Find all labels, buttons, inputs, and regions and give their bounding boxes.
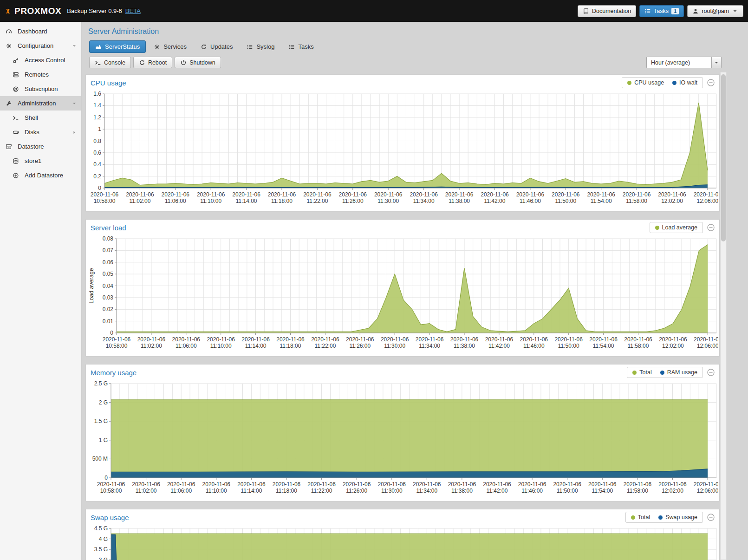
svg-text:11:54:00: 11:54:00 [592, 488, 613, 494]
tab-label: Services [163, 43, 187, 50]
sidebar-item-subscription[interactable]: Subscription [0, 82, 81, 96]
caret-down-icon[interactable] [72, 43, 77, 49]
reboot-button[interactable]: Reboot [133, 57, 172, 68]
documentation-button[interactable]: Documentation [578, 5, 636, 17]
svg-text:2020-11-06: 2020-11-06 [343, 481, 371, 488]
svg-text:2020-11-06: 2020-11-06 [694, 336, 718, 343]
caret-down-icon[interactable] [72, 101, 77, 106]
panel-collapse-button[interactable] [707, 513, 715, 521]
panel-cpu-usage: CPU usageCPU usageIO wait00.20.40.60.811… [85, 74, 720, 212]
svg-text:11:10:00: 11:10:00 [200, 198, 221, 204]
legend-item-load-average[interactable]: Load average [655, 224, 697, 231]
vertical-scrollbar[interactable] [720, 72, 727, 560]
caret-right-icon[interactable] [72, 130, 77, 135]
svg-text:2020-11-06: 2020-11-06 [207, 336, 235, 343]
svg-text:11:54:00: 11:54:00 [593, 343, 614, 349]
tasks-button[interactable]: Tasks 1 [639, 5, 684, 17]
sidebar-item-administration[interactable]: Administration [0, 96, 81, 111]
svg-text:0: 0 [104, 475, 108, 481]
svg-text:2020-11-06: 2020-11-06 [553, 481, 581, 488]
top-header: PROXMOX Backup Server 0.9-6 BETA Documen… [0, 0, 748, 22]
sidebar-item-dashboard[interactable]: Dashboard [0, 24, 81, 39]
svg-text:11:46:00: 11:46:00 [523, 343, 545, 349]
panel-header: CPU usageCPU usageIO wait [86, 75, 719, 90]
shutdown-button[interactable]: Shutdown [175, 57, 221, 68]
svg-text:11:38:00: 11:38:00 [454, 343, 475, 349]
svg-text:2020-11-06: 2020-11-06 [137, 336, 166, 343]
chart-memory-usage: 0500 M1 G1.5 G2 G2.5 G2020-11-0610:58:00… [86, 380, 719, 501]
panel-collapse-button[interactable] [707, 368, 715, 377]
svg-text:11:06:00: 11:06:00 [170, 488, 192, 494]
svg-text:2020-11-06: 2020-11-06 [587, 191, 615, 198]
caret-down-icon [713, 59, 720, 66]
tab-tasks[interactable]: Tasks [282, 40, 319, 53]
svg-text:2020-11-06: 2020-11-06 [126, 191, 154, 198]
legend-item-swap-usage[interactable]: Swap usage [658, 514, 697, 521]
console-button[interactable]: Console [89, 57, 131, 68]
legend-item-ram-usage[interactable]: RAM usage [660, 369, 697, 376]
svg-text:4.5 G: 4.5 G [94, 525, 108, 532]
svg-text:0.4: 0.4 [93, 161, 101, 168]
panel-collapse-button[interactable] [707, 223, 715, 232]
svg-text:11:34:00: 11:34:00 [419, 343, 440, 349]
sidebar-item-label: Add Datastore [25, 172, 63, 179]
timeframe-select[interactable]: Hour (average) [646, 57, 722, 68]
svg-text:2020-11-06: 2020-11-06 [232, 191, 260, 198]
panel-header: Server loadLoad average [86, 220, 719, 235]
svg-text:12:02:00: 12:02:00 [662, 488, 683, 494]
combo-caret-button[interactable] [711, 57, 721, 68]
legend-item-io-wait[interactable]: IO wait [672, 79, 697, 86]
svg-text:2020-11-06: 2020-11-06 [658, 191, 686, 198]
tab-updates[interactable]: Updates [195, 40, 239, 53]
beta-link[interactable]: BETA [125, 7, 141, 14]
svg-text:10:58:00: 10:58:00 [100, 488, 122, 494]
list-icon [288, 44, 295, 50]
svg-text:2020-11-06: 2020-11-06 [624, 481, 652, 488]
svg-text:11:42:00: 11:42:00 [488, 343, 510, 349]
svg-text:2020-11-06: 2020-11-06 [588, 481, 617, 488]
svg-text:2020-11-06: 2020-11-06 [520, 336, 548, 343]
svg-text:11:06:00: 11:06:00 [165, 198, 186, 204]
svg-text:2020-11-06: 2020-11-06 [237, 481, 266, 488]
legend-item-cpu-usage[interactable]: CPU usage [627, 79, 664, 86]
legend-item-total[interactable]: Total [632, 369, 651, 376]
svg-text:11:18:00: 11:18:00 [271, 198, 293, 204]
svg-text:3 G: 3 G [99, 557, 108, 560]
legend-dot [658, 515, 663, 520]
user-menu-button[interactable]: root@pam [687, 5, 743, 17]
list-icon [247, 44, 253, 50]
svg-text:0.6: 0.6 [93, 150, 101, 156]
sidebar-item-shell[interactable]: Shell [0, 111, 81, 125]
sidebar-item-datastore[interactable]: Datastore [0, 139, 81, 154]
archive-icon [6, 143, 15, 150]
svg-text:2020-11-06: 2020-11-06 [202, 481, 231, 488]
toolbar-button-label: Shutdown [189, 59, 215, 66]
tab-label: Tasks [298, 43, 313, 50]
svg-text:2020-11-06: 2020-11-06 [346, 336, 374, 343]
power-icon [180, 59, 187, 66]
tab-serverstatus[interactable]: ServerStatus [89, 40, 146, 53]
svg-text:2020-11-06: 2020-11-06 [481, 191, 509, 198]
sidebar-item-configuration[interactable]: Configuration [0, 39, 81, 53]
database-icon [13, 158, 22, 164]
svg-text:1 G: 1 G [99, 437, 108, 443]
scrollbar-thumb[interactable] [721, 74, 726, 241]
sidebar-item-access-control[interactable]: Access Control [0, 53, 81, 67]
sidebar-item-disks[interactable]: Disks [0, 125, 81, 139]
tab-services[interactable]: Services [148, 40, 193, 53]
sidebar-item-store1[interactable]: store1 [0, 154, 81, 168]
svg-text:11:10:00: 11:10:00 [210, 343, 232, 349]
legend-label: Total [638, 514, 650, 521]
legend-item-total[interactable]: Total [631, 514, 650, 521]
chart-server-load: 00.010.020.030.040.050.060.070.082020-11… [86, 235, 719, 356]
tab-syslog[interactable]: Syslog [241, 40, 280, 53]
tab-label: Syslog [256, 43, 274, 50]
sidebar-item-add-datastore[interactable]: Add Datastore [0, 168, 81, 182]
svg-text:11:46:00: 11:46:00 [520, 198, 541, 204]
panel-collapse-button[interactable] [707, 78, 715, 87]
svg-text:2020-11-06: 2020-11-06 [623, 191, 651, 198]
refresh-icon [201, 44, 207, 50]
svg-text:2020-11-06: 2020-11-06 [659, 336, 687, 343]
svg-text:11:14:00: 11:14:00 [236, 198, 257, 204]
sidebar-item-remotes[interactable]: Remotes [0, 67, 81, 82]
